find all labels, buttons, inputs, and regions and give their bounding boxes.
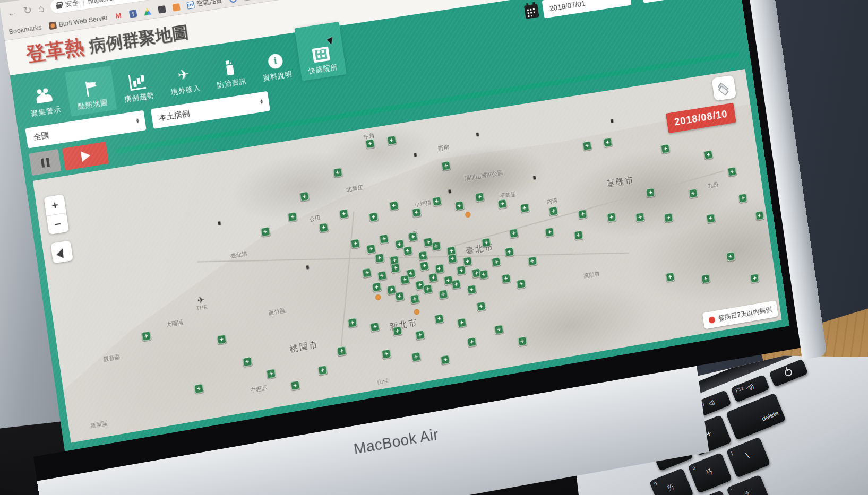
hospital-marker[interactable] bbox=[660, 144, 670, 154]
hospital-marker[interactable] bbox=[347, 318, 357, 328]
hospital-marker[interactable] bbox=[492, 257, 501, 267]
hospital-marker[interactable] bbox=[339, 209, 349, 219]
hospital-marker[interactable] bbox=[290, 380, 300, 390]
hospital-marker[interactable] bbox=[350, 238, 360, 248]
hospital-marker[interactable] bbox=[509, 228, 519, 238]
back-button[interactable]: ← bbox=[6, 7, 18, 19]
hospital-marker[interactable] bbox=[704, 150, 714, 160]
hospital-marker[interactable] bbox=[689, 188, 698, 198]
hospital-marker[interactable] bbox=[391, 263, 400, 273]
hospital-marker[interactable] bbox=[527, 256, 537, 266]
hospital-marker[interactable] bbox=[408, 231, 418, 241]
hospital-marker[interactable] bbox=[750, 273, 760, 283]
nav-item-4[interactable]: 防治資訊 bbox=[204, 45, 256, 95]
bookmark-item[interactable] bbox=[143, 7, 152, 16]
hospital-marker[interactable] bbox=[665, 272, 675, 282]
bookmark-item[interactable]: M bbox=[114, 12, 123, 20]
hospital-marker[interactable] bbox=[635, 212, 645, 222]
hospital-marker[interactable] bbox=[462, 257, 472, 267]
hospital-marker[interactable] bbox=[386, 135, 396, 145]
hospital-marker[interactable] bbox=[738, 193, 748, 203]
nav-item-6[interactable]: 快篩院所 bbox=[295, 22, 347, 81]
hospital-marker[interactable] bbox=[435, 264, 444, 274]
hospital-marker[interactable] bbox=[319, 222, 329, 232]
hospital-marker[interactable] bbox=[603, 137, 613, 147]
hospital-marker[interactable] bbox=[288, 212, 298, 222]
hospital-marker[interactable] bbox=[381, 349, 391, 359]
hospital-marker[interactable] bbox=[607, 212, 616, 222]
hospital-marker[interactable] bbox=[366, 244, 376, 254]
hospital-marker[interactable] bbox=[368, 212, 378, 222]
hospital-marker[interactable] bbox=[393, 326, 402, 336]
hospital-marker[interactable] bbox=[501, 274, 511, 284]
hospital-marker[interactable] bbox=[451, 280, 461, 290]
layers-button[interactable] bbox=[711, 75, 736, 101]
hospital-marker[interactable] bbox=[431, 241, 441, 251]
hospital-marker[interactable] bbox=[400, 275, 409, 285]
nav-item-2[interactable]: 病例趨勢 bbox=[111, 58, 164, 109]
hospital-marker[interactable] bbox=[582, 141, 592, 151]
bookmark-item[interactable]: 人事 bbox=[243, 0, 267, 2]
hospital-marker[interactable] bbox=[479, 270, 488, 280]
hospital-marker[interactable] bbox=[504, 247, 514, 257]
hospital-marker[interactable] bbox=[423, 284, 433, 294]
hospital-marker[interactable] bbox=[578, 209, 587, 219]
hospital-marker[interactable] bbox=[299, 191, 310, 201]
hospital-marker[interactable] bbox=[415, 330, 425, 340]
play-button[interactable] bbox=[62, 142, 109, 170]
hospital-marker[interactable] bbox=[432, 196, 442, 206]
hospital-marker[interactable] bbox=[448, 254, 457, 264]
hospital-marker[interactable] bbox=[428, 273, 438, 283]
hospital-marker[interactable] bbox=[377, 271, 387, 281]
hospital-marker[interactable] bbox=[419, 261, 429, 271]
locate-button[interactable] bbox=[50, 240, 73, 264]
hospital-marker[interactable] bbox=[266, 369, 276, 379]
hospital-marker[interactable] bbox=[518, 336, 527, 346]
reload-button[interactable]: ↻ bbox=[23, 5, 32, 16]
hospital-marker[interactable] bbox=[418, 251, 428, 261]
hospital-marker[interactable] bbox=[755, 211, 764, 221]
bookmark-item[interactable] bbox=[158, 5, 166, 14]
hospital-marker[interactable] bbox=[549, 206, 558, 216]
hospital-marker[interactable] bbox=[365, 138, 375, 149]
hospital-marker[interactable] bbox=[362, 268, 372, 278]
hospital-marker[interactable] bbox=[545, 228, 554, 238]
hospital-marker[interactable] bbox=[435, 314, 444, 324]
pause-button[interactable] bbox=[29, 149, 61, 176]
hospital-marker[interactable] bbox=[260, 227, 270, 237]
hospital-marker[interactable] bbox=[574, 230, 583, 240]
hospital-marker[interactable] bbox=[375, 253, 384, 263]
hospital-marker[interactable] bbox=[467, 337, 477, 347]
hospital-marker[interactable] bbox=[217, 334, 227, 344]
hospital-marker[interactable] bbox=[439, 290, 448, 300]
zoom-out-button[interactable]: − bbox=[47, 213, 69, 235]
hospital-marker[interactable] bbox=[664, 213, 673, 223]
hospital-marker[interactable] bbox=[242, 357, 252, 367]
hospital-marker[interactable] bbox=[494, 325, 504, 335]
hospital-marker[interactable] bbox=[467, 285, 476, 295]
hospital-marker[interactable] bbox=[441, 354, 450, 364]
hospital-marker[interactable] bbox=[482, 238, 491, 248]
hospital-marker[interactable] bbox=[412, 207, 422, 218]
hospital-marker[interactable] bbox=[372, 282, 382, 292]
hospital-marker[interactable] bbox=[333, 168, 343, 178]
hospital-marker[interactable] bbox=[194, 384, 204, 394]
hospital-marker[interactable] bbox=[337, 346, 347, 356]
hospital-marker[interactable] bbox=[403, 246, 412, 256]
nav-item-1[interactable]: 動態地圖 bbox=[65, 66, 117, 117]
hospital-marker[interactable] bbox=[701, 274, 710, 284]
hospital-marker[interactable] bbox=[646, 187, 656, 197]
bookmark-item[interactable] bbox=[229, 0, 237, 3]
nav-item-5[interactable]: 資料說明 bbox=[250, 38, 301, 88]
bookmark-item[interactable]: EPA空氣品質 bbox=[186, 0, 223, 10]
nav-item-0[interactable]: 聚集警示 bbox=[18, 73, 71, 124]
hospital-marker[interactable] bbox=[457, 265, 466, 275]
hospital-marker[interactable] bbox=[517, 279, 526, 289]
hospital-marker[interactable] bbox=[454, 201, 464, 211]
hospital-marker[interactable] bbox=[497, 198, 507, 209]
nav-item-3[interactable]: ✈境外移入 bbox=[158, 51, 210, 102]
hospital-marker[interactable] bbox=[395, 291, 405, 301]
hospital-marker[interactable] bbox=[457, 318, 467, 328]
hospital-marker[interactable] bbox=[520, 203, 529, 213]
hospital-marker[interactable] bbox=[411, 352, 420, 362]
